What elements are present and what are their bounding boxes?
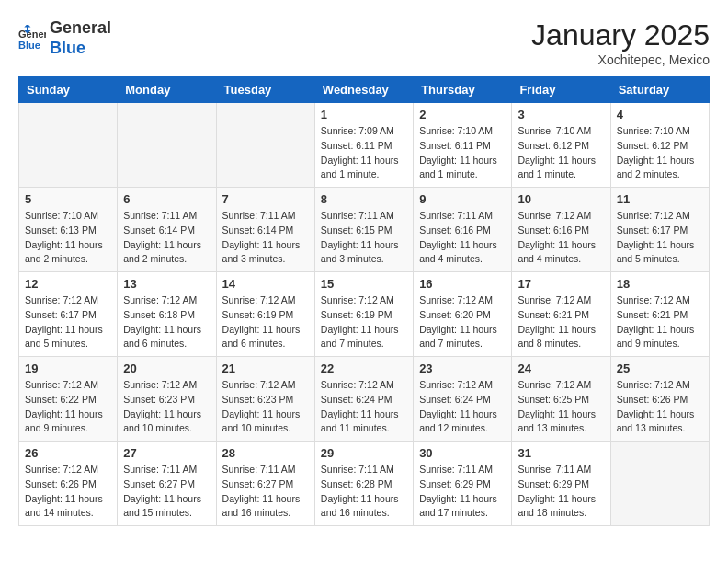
day-number: 18: [617, 277, 703, 291]
day-info: Sunrise: 7:12 AM Sunset: 6:24 PM Dayligh…: [419, 378, 506, 436]
calendar-cell: 9Sunrise: 7:11 AM Sunset: 6:16 PM Daylig…: [414, 188, 512, 272]
day-info: Sunrise: 7:12 AM Sunset: 6:23 PM Dayligh…: [222, 378, 309, 436]
calendar-cell: 24Sunrise: 7:12 AM Sunset: 6:25 PM Dayli…: [512, 357, 610, 442]
day-number: 13: [123, 277, 210, 291]
calendar-week-row: 5Sunrise: 7:10 AM Sunset: 6:13 PM Daylig…: [19, 188, 710, 272]
calendar-cell: 21Sunrise: 7:12 AM Sunset: 6:23 PM Dayli…: [216, 357, 314, 442]
calendar-cell: 28Sunrise: 7:11 AM Sunset: 6:27 PM Dayli…: [216, 442, 314, 526]
day-info: Sunrise: 7:12 AM Sunset: 6:20 PM Dayligh…: [419, 293, 506, 351]
day-of-week-header: Monday: [118, 77, 216, 103]
calendar-cell: 31Sunrise: 7:11 AM Sunset: 6:29 PM Dayli…: [512, 442, 610, 526]
calendar-header-row: SundayMondayTuesdayWednesdayThursdayFrid…: [19, 77, 710, 103]
calendar-cell: 11Sunrise: 7:12 AM Sunset: 6:17 PM Dayli…: [610, 188, 709, 272]
day-number: 3: [518, 108, 604, 121]
day-of-week-header: Wednesday: [314, 77, 413, 103]
calendar-cell: 6Sunrise: 7:11 AM Sunset: 6:14 PM Daylig…: [118, 188, 216, 272]
day-number: 1: [321, 108, 407, 121]
calendar-cell: 3Sunrise: 7:10 AM Sunset: 6:12 PM Daylig…: [512, 103, 610, 188]
day-number: 24: [518, 362, 604, 375]
day-info: Sunrise: 7:12 AM Sunset: 6:18 PM Dayligh…: [123, 293, 210, 351]
month-title: January 2025: [531, 18, 710, 52]
day-number: 22: [321, 362, 407, 375]
calendar-cell: 16Sunrise: 7:12 AM Sunset: 6:20 PM Dayli…: [414, 272, 512, 357]
calendar-cell: 13Sunrise: 7:12 AM Sunset: 6:18 PM Dayli…: [118, 272, 216, 357]
calendar-week-row: 12Sunrise: 7:12 AM Sunset: 6:17 PM Dayli…: [19, 272, 710, 357]
day-number: 7: [222, 192, 309, 206]
day-number: 30: [419, 446, 506, 460]
day-info: Sunrise: 7:12 AM Sunset: 6:19 PM Dayligh…: [222, 293, 309, 351]
logo: General Blue General Blue: [18, 18, 111, 58]
day-number: 8: [321, 192, 407, 206]
svg-text:Blue: Blue: [18, 40, 40, 51]
day-info: Sunrise: 7:12 AM Sunset: 6:26 PM Dayligh…: [25, 463, 111, 521]
day-info: Sunrise: 7:10 AM Sunset: 6:12 PM Dayligh…: [617, 124, 703, 182]
day-info: Sunrise: 7:12 AM Sunset: 6:17 PM Dayligh…: [25, 293, 111, 351]
day-number: 10: [518, 192, 604, 206]
calendar-cell: [610, 442, 709, 526]
calendar-cell: 10Sunrise: 7:12 AM Sunset: 6:16 PM Dayli…: [512, 188, 610, 272]
day-info: Sunrise: 7:10 AM Sunset: 6:13 PM Dayligh…: [25, 209, 111, 267]
day-info: Sunrise: 7:11 AM Sunset: 6:27 PM Dayligh…: [123, 463, 210, 521]
day-info: Sunrise: 7:12 AM Sunset: 6:21 PM Dayligh…: [617, 293, 703, 351]
calendar-cell: [118, 103, 216, 188]
calendar-cell: 25Sunrise: 7:12 AM Sunset: 6:26 PM Dayli…: [610, 357, 709, 442]
day-of-week-header: Sunday: [19, 77, 118, 103]
calendar-week-row: 19Sunrise: 7:12 AM Sunset: 6:22 PM Dayli…: [19, 357, 710, 442]
day-info: Sunrise: 7:12 AM Sunset: 6:16 PM Dayligh…: [518, 209, 604, 267]
logo-blue: Blue: [50, 39, 85, 57]
day-info: Sunrise: 7:09 AM Sunset: 6:11 PM Dayligh…: [321, 124, 407, 182]
day-info: Sunrise: 7:10 AM Sunset: 6:12 PM Dayligh…: [518, 124, 604, 182]
calendar-cell: 26Sunrise: 7:12 AM Sunset: 6:26 PM Dayli…: [19, 442, 118, 526]
day-info: Sunrise: 7:12 AM Sunset: 6:17 PM Dayligh…: [617, 209, 703, 267]
calendar-cell: 27Sunrise: 7:11 AM Sunset: 6:27 PM Dayli…: [118, 442, 216, 526]
calendar-cell: 29Sunrise: 7:11 AM Sunset: 6:28 PM Dayli…: [314, 442, 413, 526]
day-number: 31: [518, 446, 604, 460]
day-info: Sunrise: 7:12 AM Sunset: 6:25 PM Dayligh…: [518, 378, 604, 436]
day-info: Sunrise: 7:12 AM Sunset: 6:19 PM Dayligh…: [321, 293, 407, 351]
logo-text: General Blue: [50, 18, 111, 58]
page-header: General Blue General Blue January 2025 X…: [18, 18, 710, 67]
day-number: 16: [419, 277, 506, 291]
day-number: 6: [123, 192, 210, 206]
day-number: 14: [222, 277, 309, 291]
day-info: Sunrise: 7:11 AM Sunset: 6:14 PM Dayligh…: [123, 209, 210, 267]
day-info: Sunrise: 7:12 AM Sunset: 6:24 PM Dayligh…: [321, 378, 407, 436]
calendar-cell: 12Sunrise: 7:12 AM Sunset: 6:17 PM Dayli…: [19, 272, 118, 357]
day-number: 17: [518, 277, 604, 291]
day-number: 21: [222, 362, 309, 375]
calendar-cell: 5Sunrise: 7:10 AM Sunset: 6:13 PM Daylig…: [19, 188, 118, 272]
location-subtitle: Xochitepec, Mexico: [531, 52, 710, 67]
day-number: 26: [25, 446, 111, 460]
calendar-cell: [19, 103, 118, 188]
day-of-week-header: Tuesday: [216, 77, 314, 103]
calendar-cell: 14Sunrise: 7:12 AM Sunset: 6:19 PM Dayli…: [216, 272, 314, 357]
calendar-cell: 23Sunrise: 7:12 AM Sunset: 6:24 PM Dayli…: [414, 357, 512, 442]
calendar-cell: 30Sunrise: 7:11 AM Sunset: 6:29 PM Dayli…: [414, 442, 512, 526]
day-info: Sunrise: 7:11 AM Sunset: 6:16 PM Dayligh…: [419, 209, 506, 267]
day-number: 25: [617, 362, 703, 375]
calendar-cell: 18Sunrise: 7:12 AM Sunset: 6:21 PM Dayli…: [610, 272, 709, 357]
day-of-week-header: Thursday: [414, 77, 512, 103]
calendar-cell: 7Sunrise: 7:11 AM Sunset: 6:14 PM Daylig…: [216, 188, 314, 272]
day-info: Sunrise: 7:12 AM Sunset: 6:21 PM Dayligh…: [518, 293, 604, 351]
calendar-cell: 17Sunrise: 7:12 AM Sunset: 6:21 PM Dayli…: [512, 272, 610, 357]
day-info: Sunrise: 7:11 AM Sunset: 6:15 PM Dayligh…: [321, 209, 407, 267]
day-number: 2: [419, 108, 506, 121]
svg-text:General: General: [18, 29, 46, 40]
day-info: Sunrise: 7:11 AM Sunset: 6:29 PM Dayligh…: [419, 463, 506, 521]
calendar-cell: 4Sunrise: 7:10 AM Sunset: 6:12 PM Daylig…: [610, 103, 709, 188]
day-info: Sunrise: 7:11 AM Sunset: 6:14 PM Dayligh…: [222, 209, 309, 267]
calendar-cell: 19Sunrise: 7:12 AM Sunset: 6:22 PM Dayli…: [19, 357, 118, 442]
day-info: Sunrise: 7:10 AM Sunset: 6:11 PM Dayligh…: [419, 124, 506, 182]
day-of-week-header: Saturday: [610, 77, 709, 103]
title-block: January 2025 Xochitepec, Mexico: [531, 18, 710, 67]
day-info: Sunrise: 7:11 AM Sunset: 6:28 PM Dayligh…: [321, 463, 407, 521]
calendar-table: SundayMondayTuesdayWednesdayThursdayFrid…: [18, 76, 710, 526]
day-number: 20: [123, 362, 210, 375]
calendar-cell: 20Sunrise: 7:12 AM Sunset: 6:23 PM Dayli…: [118, 357, 216, 442]
day-number: 4: [617, 108, 703, 121]
day-info: Sunrise: 7:12 AM Sunset: 6:23 PM Dayligh…: [123, 378, 210, 436]
day-number: 11: [617, 192, 703, 206]
logo-icon: General Blue: [18, 25, 46, 52]
calendar-cell: [216, 103, 314, 188]
